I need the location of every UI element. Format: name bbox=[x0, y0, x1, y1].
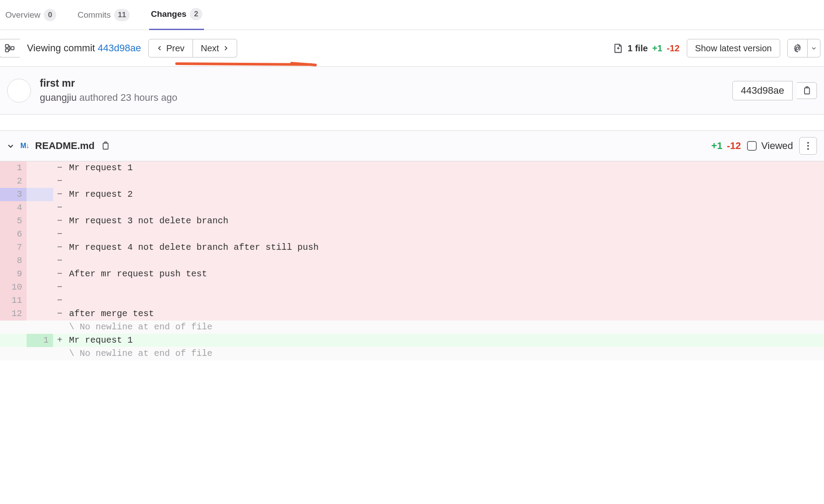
file-options-button[interactable] bbox=[799, 137, 817, 155]
diff-line[interactable]: 6− bbox=[0, 228, 824, 241]
diff-sign: − bbox=[53, 294, 66, 307]
commit-authored-word: authored bbox=[79, 92, 118, 103]
prev-commit-button[interactable]: Prev bbox=[148, 39, 193, 57]
tab-commits-label: Commits bbox=[77, 10, 111, 20]
diff-settings-button[interactable] bbox=[787, 39, 808, 57]
diff-settings-dropdown[interactable] bbox=[808, 39, 820, 57]
commit-title: first mr bbox=[40, 77, 177, 89]
viewed-toggle[interactable]: Viewed bbox=[747, 140, 793, 152]
viewing-commit-sha-link[interactable]: 443d98ae bbox=[98, 42, 141, 53]
diff-code: \ No newline at end of file bbox=[66, 347, 824, 360]
chevron-right-icon bbox=[223, 45, 229, 51]
commit-author[interactable]: guangjiu bbox=[40, 92, 77, 103]
tab-changes[interactable]: Changes 2 bbox=[149, 0, 204, 30]
copy-path-button[interactable] bbox=[101, 141, 110, 150]
diff-code: Mr request 2 bbox=[66, 188, 824, 201]
copy-sha-button[interactable] bbox=[797, 82, 817, 99]
diff-line[interactable]: 12−after merge test bbox=[0, 307, 824, 321]
gutter-new[interactable] bbox=[27, 267, 53, 281]
diff-line[interactable]: 5−Mr request 3 not delete branch bbox=[0, 214, 824, 228]
diff-line[interactable]: 8− bbox=[0, 254, 824, 267]
diff-sign: + bbox=[53, 334, 66, 347]
svg-rect-2 bbox=[11, 47, 14, 50]
gutter-old[interactable]: 9 bbox=[0, 267, 27, 281]
tab-overview[interactable]: Overview 0 bbox=[4, 0, 58, 30]
svg-rect-3 bbox=[805, 88, 809, 94]
file-name[interactable]: README.md bbox=[35, 140, 94, 152]
collapse-file-button[interactable] bbox=[7, 142, 14, 149]
show-latest-version-button[interactable]: Show latest version bbox=[687, 39, 780, 57]
file-stats-plus: +1 bbox=[652, 43, 662, 53]
diff-line[interactable]: 11− bbox=[0, 294, 824, 307]
tab-changes-count: 2 bbox=[190, 8, 202, 20]
diff-sign: − bbox=[53, 175, 66, 188]
svg-point-7 bbox=[807, 148, 809, 150]
viewing-commit-label: Viewing commit 443d98ae bbox=[27, 42, 141, 54]
gutter-new[interactable] bbox=[27, 175, 53, 188]
tab-commits-count: 11 bbox=[114, 9, 130, 21]
gutter-new[interactable] bbox=[27, 254, 53, 267]
diff-sign bbox=[53, 347, 66, 360]
gutter-old[interactable]: 1 bbox=[0, 161, 27, 175]
gutter-new[interactable] bbox=[27, 188, 53, 201]
chevron-left-icon bbox=[157, 45, 163, 51]
gutter-old[interactable]: 8 bbox=[0, 254, 27, 267]
diff-code: \ No newline at end of file bbox=[66, 321, 824, 334]
diff-sign: − bbox=[53, 307, 66, 321]
diff-line[interactable]: \ No newline at end of file bbox=[0, 321, 824, 334]
gutter-new[interactable] bbox=[27, 281, 53, 294]
gutter-old[interactable]: 10 bbox=[0, 281, 27, 294]
gutter-new[interactable] bbox=[27, 307, 53, 321]
chevron-down-icon bbox=[7, 142, 14, 149]
diff-line[interactable]: 1+Mr request 1 bbox=[0, 334, 824, 347]
gutter-new[interactable] bbox=[27, 294, 53, 307]
gutter-new[interactable] bbox=[27, 214, 53, 228]
gutter-new[interactable] bbox=[27, 201, 53, 214]
gutter-old[interactable]: 12 bbox=[0, 307, 27, 321]
gutter-old[interactable]: 11 bbox=[0, 294, 27, 307]
clipboard-icon bbox=[802, 86, 811, 95]
gutter-new[interactable]: 1 bbox=[27, 334, 53, 347]
diff-code bbox=[66, 281, 824, 294]
diff-line[interactable]: 7−Mr request 4 not delete branch after s… bbox=[0, 241, 824, 254]
gutter-old[interactable]: 2 bbox=[0, 175, 27, 188]
file-bar: M↓ README.md +1 -12 Viewed bbox=[0, 131, 824, 161]
diff-line[interactable]: 2− bbox=[0, 175, 824, 188]
diff-sign: − bbox=[53, 161, 66, 175]
diff-line[interactable]: 3−Mr request 2 bbox=[0, 188, 824, 201]
gutter-new[interactable] bbox=[27, 228, 53, 241]
diff-line[interactable]: 1−Mr request 1 bbox=[0, 161, 824, 175]
diff-sign: − bbox=[53, 214, 66, 228]
file-minus: -12 bbox=[727, 140, 741, 152]
gutter-old[interactable]: 4 bbox=[0, 201, 27, 214]
diff-line[interactable]: 4− bbox=[0, 201, 824, 214]
gutter-old[interactable]: 5 bbox=[0, 214, 27, 228]
gutter-new[interactable] bbox=[27, 347, 53, 360]
gutter-old[interactable]: 7 bbox=[0, 241, 27, 254]
avatar[interactable] bbox=[7, 79, 31, 103]
diff-line[interactable]: 10− bbox=[0, 281, 824, 294]
commit-sha-box[interactable]: 443d98ae bbox=[732, 81, 793, 100]
next-commit-button[interactable]: Next bbox=[193, 39, 237, 57]
file-tree-toggle-button[interactable] bbox=[0, 39, 20, 57]
gutter-old[interactable]: 3 bbox=[0, 188, 27, 201]
diff-line[interactable]: \ No newline at end of file bbox=[0, 347, 824, 360]
diff-line[interactable]: 9−After mr request push test bbox=[0, 267, 824, 281]
gutter-new[interactable] bbox=[27, 241, 53, 254]
viewed-checkbox[interactable] bbox=[747, 141, 757, 151]
clipboard-icon bbox=[101, 141, 110, 150]
diff-code bbox=[66, 201, 824, 214]
diff-code: after merge test bbox=[66, 307, 824, 321]
svg-rect-4 bbox=[103, 143, 108, 149]
gutter-old[interactable] bbox=[0, 347, 27, 360]
gutter-new[interactable] bbox=[27, 321, 53, 334]
tab-commits[interactable]: Commits 11 bbox=[76, 0, 131, 30]
file-plus: +1 bbox=[711, 140, 722, 152]
gutter-new[interactable] bbox=[27, 161, 53, 175]
gutter-old[interactable] bbox=[0, 321, 27, 334]
diff-sign: − bbox=[53, 201, 66, 214]
tab-overview-label: Overview bbox=[5, 10, 40, 20]
file-stats-minus: -12 bbox=[667, 43, 680, 53]
gutter-old[interactable]: 6 bbox=[0, 228, 27, 241]
gutter-old[interactable] bbox=[0, 334, 27, 347]
